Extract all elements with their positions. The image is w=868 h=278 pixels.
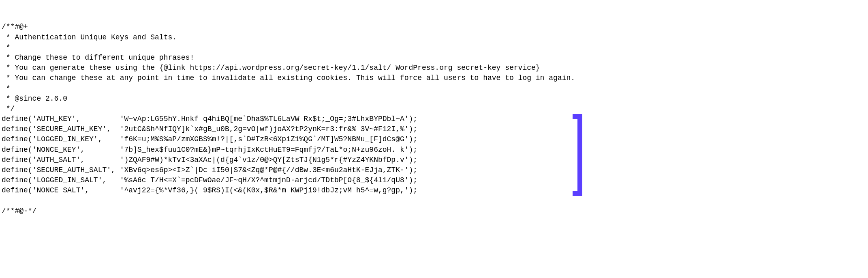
comment-line: * You can change these at any point in t… <box>2 73 575 83</box>
comment-footer: /**#@-*/ <box>2 206 575 216</box>
define-key: define('AUTH_SALT', <box>2 156 120 164</box>
define-key: define('SECURE_AUTH_SALT', <box>2 166 120 174</box>
define-key: define('NONCE_KEY', <box>2 146 120 154</box>
comment-line: /**#@+ <box>2 22 575 32</box>
define-value: '%sA6c T/H<=X`=pcDFwOae/JF~qH/X?^mtmjnD-… <box>120 176 418 184</box>
comment-line: * <box>2 84 575 94</box>
define-line: define('SECURE_AUTH_KEY', '2utC&Sh^NfIQY… <box>2 124 575 134</box>
define-key: define('SECURE_AUTH_KEY', <box>2 125 120 133</box>
code-snippet: /**#@+ * Authentication Unique Keys and … <box>2 22 575 216</box>
define-value: ')ZQAF9#W)*kTvI<3aXAc|(d{g4`v1z/0@>QY[Zt… <box>120 156 418 164</box>
bracket-highlight-bottom-icon <box>573 191 582 196</box>
define-line: define('LOGGED_IN_SALT', '%sA6c T/H<=X`=… <box>2 175 575 185</box>
blank-line <box>2 196 575 206</box>
define-value: '2utC&Sh^NfIQY]k`x#gB_u0B,2g=vO|wf)joAX?… <box>120 125 418 133</box>
define-key: define('NONCE_SALT', <box>2 186 120 194</box>
comment-line: * @since 2.6.0 <box>2 94 575 104</box>
bracket-highlight-top-icon <box>573 114 582 119</box>
comment-line: * <box>2 43 575 53</box>
define-key: define('LOGGED_IN_SALT', <box>2 176 120 184</box>
define-line: define('AUTH_KEY', 'W~vAp:LG55hY.Hnkf q4… <box>2 114 575 124</box>
bracket-highlight-icon <box>577 114 582 196</box>
comment-line: */ <box>2 104 575 114</box>
comment-line: * Authentication Unique Keys and Salts. <box>2 32 575 43</box>
define-value: 'W~vAp:LG55hY.Hnkf q4hiBQ[me`Dha$%TL6LaV… <box>120 115 418 123</box>
define-line: define('NONCE_KEY', '7b]S_hex$fuu1C0?mE&… <box>2 145 575 155</box>
define-value: '7b]S_hex$fuu1C0?mE&}mP~tqrhjIxKctHuET9=… <box>120 146 418 154</box>
comment-line: * Change these to different unique phras… <box>2 53 575 63</box>
define-value: '^avj22={%*Vf36,}(_9$RS)I(<&(K0x,$R&*m_K… <box>120 186 418 194</box>
define-line: define('NONCE_SALT', '^avj22={%*Vf36,}(_… <box>2 185 575 196</box>
define-key: define('AUTH_KEY', <box>2 115 120 123</box>
define-line: define('AUTH_SALT', ')ZQAF9#W)*kTvI<3aXA… <box>2 155 575 165</box>
define-value: 'XBv6q>es6p><I>Z`|Dc iI50|S7&<Zq@*P@#{//… <box>120 166 418 174</box>
define-value: 'f6K=u;M%S%aP/zmXGBS%m!?|[,s`D#TzR<6XpiZ… <box>120 135 418 143</box>
define-line: define('LOGGED_IN_KEY', 'f6K=u;M%S%aP/zm… <box>2 134 575 144</box>
comment-line: * You can generate these using the {@lin… <box>2 63 575 73</box>
define-line: define('SECURE_AUTH_SALT', 'XBv6q>es6p><… <box>2 165 575 175</box>
define-key: define('LOGGED_IN_KEY', <box>2 135 120 143</box>
